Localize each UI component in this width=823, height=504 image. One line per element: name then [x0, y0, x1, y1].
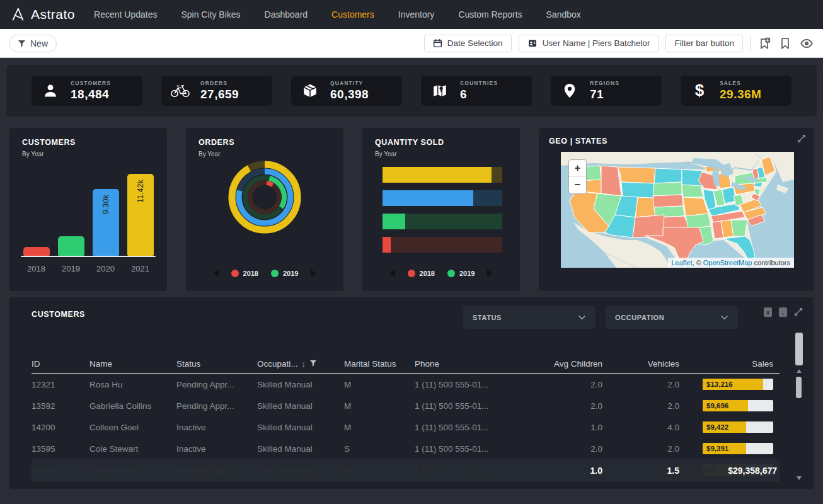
- toolbar-right-group: Date Selection User Name | Piers Batchel…: [424, 35, 814, 52]
- status-filter-dropdown[interactable]: STATUS: [463, 306, 596, 329]
- donut-ring-2021: [232, 164, 297, 230]
- column-label: Marital Status: [344, 359, 396, 369]
- zoom-out-button[interactable]: −: [569, 177, 586, 193]
- column-header-marital-status[interactable]: Marital Status: [344, 359, 415, 369]
- occupation-filter-dropdown[interactable]: OCCUPATION: [606, 306, 738, 329]
- new-filter-button[interactable]: New: [9, 35, 57, 52]
- kpi-label: ORDERS: [200, 80, 239, 86]
- nav-item-spin-city-bikes[interactable]: Spin City Bikes: [181, 9, 240, 20]
- nav-item-recent-updates[interactable]: Recent Updates: [94, 9, 157, 20]
- astrato-logo-icon: [10, 7, 25, 22]
- bar-2021: 11.42k: [127, 174, 154, 256]
- column-header-status[interactable]: Status: [176, 359, 257, 369]
- legend-prev-arrow[interactable]: [213, 270, 219, 277]
- cell-sales: $9,391: [686, 443, 780, 454]
- date-selection-button[interactable]: Date Selection: [424, 35, 512, 52]
- expand-icon[interactable]: [797, 134, 807, 146]
- nav-item-inventory[interactable]: Inventory: [398, 9, 435, 20]
- legend-item-2019[interactable]: 2019: [447, 270, 475, 277]
- csv-export-icon[interactable]: ,: [778, 307, 788, 320]
- map-title: GEO | STATES: [549, 137, 803, 146]
- bookmark-icon[interactable]: [778, 37, 792, 50]
- cell-sales: $9,422: [686, 421, 780, 433]
- eye-icon[interactable]: [799, 37, 814, 50]
- filter-bar-label: Filter bar button: [674, 38, 734, 48]
- expand-icon[interactable]: [793, 307, 803, 320]
- cell-status: Pending Appr...: [176, 401, 257, 411]
- nav-item-custom-reports[interactable]: Custom Reports: [458, 9, 522, 20]
- column-header-avg-children[interactable]: Avg Children: [521, 359, 609, 369]
- scroll-down-arrow[interactable]: [797, 476, 802, 480]
- kpi-value: 71: [590, 88, 619, 101]
- column-header-sales[interactable]: Sales: [686, 359, 780, 369]
- map-pin-icon: [429, 83, 451, 99]
- scroll-up-arrow[interactable]: [797, 369, 802, 373]
- scrollbar-thumb[interactable]: [796, 377, 802, 398]
- sort-desc-icon[interactable]: ↓: [302, 359, 306, 369]
- bookmark-add-icon[interactable]: [757, 37, 771, 50]
- cell-occupation: Skilled Manual: [257, 444, 344, 454]
- legend-item-2018[interactable]: 2018: [231, 270, 258, 277]
- kpi-value: 6: [460, 88, 498, 101]
- cell-name: Rosa Hu: [89, 380, 176, 389]
- cell-occupation: Skilled Manual: [257, 380, 344, 389]
- orders-by-year-card: ORDERS By Year 20182019: [186, 128, 343, 291]
- cell-sales: $13,216: [686, 379, 780, 390]
- map-attribution: Leaflet, © OpenStreetMap contributors: [668, 258, 795, 268]
- top-navigation: Astrato Recent UpdatesSpin City BikesDas…: [0, 0, 823, 29]
- column-header-id[interactable]: ID: [32, 359, 89, 369]
- leaflet-link[interactable]: Leaflet: [672, 259, 693, 266]
- leaflet-map[interactable]: + − Leaflet, © OpenStreetMap contributor…: [561, 152, 794, 268]
- filter-bar-button[interactable]: Filter bar button: [665, 35, 743, 52]
- brand-logo[interactable]: Astrato: [10, 7, 75, 22]
- table-scrollbar[interactable]: [795, 346, 803, 480]
- legend-item-2019[interactable]: 2019: [271, 270, 298, 277]
- main-nav: Recent UpdatesSpin City BikesDashboardCu…: [94, 9, 581, 20]
- scrollbar-thumb[interactable]: [795, 333, 803, 365]
- kpi-label: QUANTITY: [330, 80, 369, 86]
- cell-marital: S: [344, 444, 415, 454]
- table-filters: STATUS OCCUPATION: [463, 306, 738, 329]
- legend-prev-arrow[interactable]: [389, 270, 395, 277]
- table-row[interactable]: 12321Rosa HuPending Appr...Skilled Manua…: [32, 374, 780, 395]
- cell-occupation: Skilled Manual: [257, 401, 344, 411]
- osm-link[interactable]: OpenStreetMap: [703, 259, 752, 266]
- table-row[interactable]: 14200Colleen GoelInactiveSkilled ManualM…: [32, 416, 780, 438]
- sales-amount: $9,696: [706, 402, 728, 410]
- column-header-vehicles[interactable]: Vehicles: [609, 359, 686, 369]
- column-header-occupati-[interactable]: Occupati...↓: [257, 359, 344, 369]
- hbar-2018: [383, 237, 502, 253]
- legend-label: 2019: [459, 270, 475, 277]
- totals-vehicles: 1.5: [609, 466, 686, 476]
- column-filter-icon[interactable]: [309, 359, 317, 369]
- bar-2018: [23, 247, 50, 256]
- nav-item-customers[interactable]: Customers: [331, 9, 374, 20]
- toolbar-divider: [750, 35, 751, 52]
- excel-export-icon[interactable]: x: [763, 307, 773, 320]
- column-label: Phone: [415, 359, 439, 369]
- nav-item-sandbox[interactable]: Sandbox: [546, 9, 581, 20]
- table-row[interactable]: 13592Gabriella CollinsPending Appr...Ski…: [32, 395, 780, 416]
- cell-phone: 1 (11) 500 555-01...: [415, 401, 521, 411]
- donut-track-2018: [250, 183, 279, 212]
- hbar-2020: [383, 190, 502, 206]
- customers-table: IDNameStatusOccupati...↓Marital StatusPh…: [32, 354, 801, 482]
- cell-id: 14200: [32, 423, 89, 432]
- svg-text:,: ,: [782, 309, 784, 316]
- user-name-button[interactable]: User Name | Piers Batchelor: [519, 35, 659, 52]
- column-header-name[interactable]: Name: [89, 359, 176, 369]
- legend-next-arrow[interactable]: [487, 270, 493, 277]
- zoom-in-button[interactable]: +: [569, 160, 586, 177]
- nav-item-dashboard[interactable]: Dashboard: [265, 9, 308, 20]
- legend-item-2018[interactable]: 2018: [408, 270, 435, 277]
- table-row[interactable]: 13595Cole StewartInactiveSkilled ManualS…: [32, 438, 780, 459]
- legend-next-arrow[interactable]: [311, 270, 316, 277]
- legend-label: 2019: [283, 270, 298, 277]
- svg-text:$: $: [695, 83, 705, 99]
- column-header-phone[interactable]: Phone: [415, 359, 521, 369]
- brand-name: Astrato: [31, 7, 75, 22]
- x-axis-line: [21, 256, 156, 257]
- kpi-regions: REGIONS71: [551, 76, 662, 106]
- kpi-orders: ORDERS27,659: [161, 76, 272, 106]
- kpi-value: 18,484: [71, 88, 111, 101]
